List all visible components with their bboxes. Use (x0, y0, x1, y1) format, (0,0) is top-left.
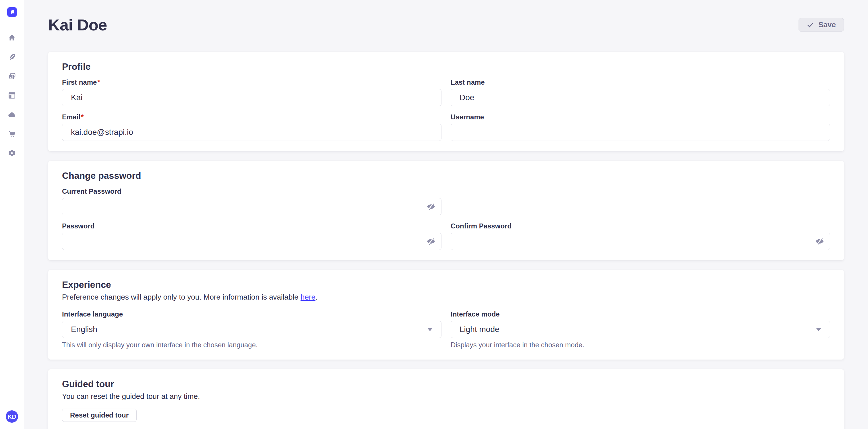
username-label: Username (451, 113, 830, 121)
interface-mode-value: Light mode (460, 325, 499, 334)
interface-language-label: Interface language (62, 310, 441, 319)
marketplace-icon (8, 130, 16, 138)
first-name-input[interactable] (62, 89, 441, 106)
content-type-builder-icon (8, 91, 16, 100)
confirm-password-label: Confirm Password (451, 222, 830, 230)
guided-tour-title: Guided tour (62, 378, 830, 390)
new-password-input[interactable] (62, 233, 441, 250)
current-password-label: Current Password (62, 187, 441, 196)
toggle-new-password-visibility-button[interactable] (426, 238, 436, 245)
reset-guided-tour-button[interactable]: Reset guided tour (62, 408, 136, 422)
sidebar-item-content-manager[interactable] (6, 53, 19, 61)
email-label: Email* (62, 113, 441, 121)
interface-mode-hint: Displays your interface in the chosen mo… (451, 341, 830, 349)
sidebar: KD (0, 0, 24, 429)
save-button-label: Save (818, 21, 836, 29)
guided-tour-card: Guided tour You can reset the guided tou… (48, 369, 844, 429)
experience-title: Experience (62, 279, 830, 290)
cloud-icon (8, 110, 16, 119)
sidebar-item-media-library[interactable] (6, 72, 19, 80)
confirm-password-input[interactable] (451, 233, 830, 250)
interface-language-select[interactable]: English (62, 321, 441, 338)
username-input[interactable] (451, 124, 830, 141)
sidebar-item-cloud[interactable] (6, 110, 19, 119)
toggle-confirm-password-visibility-button[interactable] (815, 238, 825, 245)
username-field-group: Username (451, 113, 830, 141)
toggle-current-password-visibility-button[interactable] (426, 203, 436, 210)
avatar-box: KD (0, 404, 24, 429)
current-password-field-group: Current Password (62, 187, 441, 215)
more-information-link[interactable]: here (301, 293, 315, 301)
sidebar-item-home[interactable] (6, 33, 19, 42)
change-password-title: Change password (62, 170, 830, 182)
profile-card: Profile First name* Last name Email* Use… (48, 52, 844, 151)
experience-description: Preference changes will apply only to yo… (62, 292, 830, 302)
required-marker: * (97, 78, 100, 86)
interface-mode-field-group: Interface mode Light mode Displays your … (451, 310, 830, 349)
interface-language-field-group: Interface language English This will onl… (62, 310, 441, 349)
settings-icon (8, 149, 16, 157)
required-marker: * (81, 113, 84, 121)
strapi-logo-icon (7, 7, 17, 17)
interface-mode-select[interactable]: Light mode (451, 321, 830, 338)
sidebar-item-settings[interactable] (6, 148, 19, 157)
save-button[interactable]: Save (799, 18, 844, 32)
avatar[interactable]: KD (6, 410, 18, 423)
media-library-icon (8, 72, 16, 80)
sidebar-nav (0, 24, 24, 404)
experience-card: Experience Preference changes will apply… (48, 270, 844, 360)
confirm-password-field-group: Confirm Password (451, 222, 830, 250)
eye-slash-icon (426, 238, 436, 245)
new-password-label: Password (62, 222, 441, 230)
change-password-card: Change password Current Password (48, 161, 844, 260)
last-name-field-group: Last name (451, 78, 830, 106)
last-name-input[interactable] (451, 89, 830, 106)
page-title: Kai Doe (48, 15, 107, 34)
page-header: Kai Doe Save (48, 0, 844, 34)
new-password-field-group: Password (62, 222, 441, 250)
chevron-down-icon (816, 328, 821, 331)
interface-language-hint: This will only display your own interfac… (62, 341, 441, 349)
eye-slash-icon (815, 238, 825, 245)
email-field-group: Email* (62, 113, 441, 141)
home-icon (8, 34, 16, 42)
last-name-label: Last name (451, 78, 830, 87)
check-icon (807, 21, 814, 29)
first-name-field-group: First name* (62, 78, 441, 106)
sidebar-item-marketplace[interactable] (6, 129, 19, 138)
strapi-logo-box[interactable] (0, 0, 24, 24)
profile-card-title: Profile (62, 61, 830, 72)
main-content: Kai Doe Save Profile First name* Last na… (24, 0, 868, 429)
eye-slash-icon (426, 203, 436, 210)
interface-language-value: English (71, 325, 97, 334)
email-input[interactable] (62, 124, 441, 141)
current-password-input[interactable] (62, 198, 441, 215)
first-name-label: First name* (62, 78, 441, 87)
chevron-down-icon (427, 328, 433, 331)
guided-tour-description: You can reset the guided tour at any tim… (62, 391, 830, 401)
interface-mode-label: Interface mode (451, 310, 830, 319)
content-manager-icon (8, 53, 16, 61)
sidebar-item-content-type-builder[interactable] (6, 91, 19, 100)
